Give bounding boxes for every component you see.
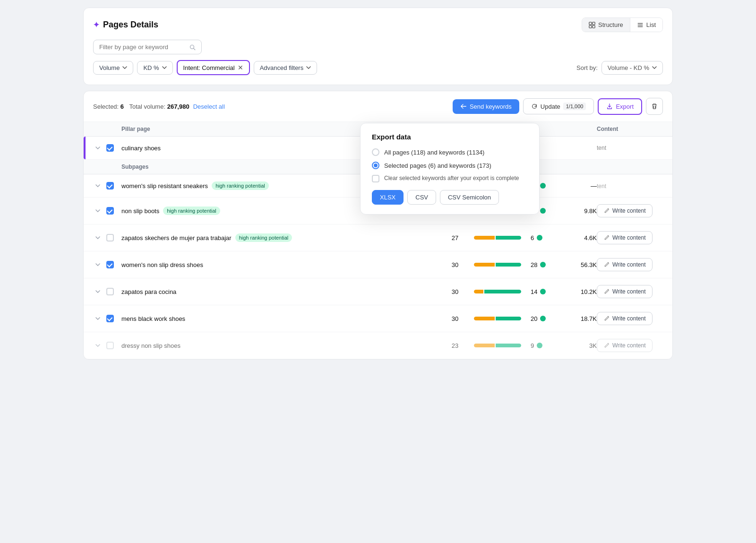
progress-bar bbox=[474, 344, 521, 347]
chevron-icon bbox=[95, 236, 100, 239]
filters-row: Volume KD % Intent: Commercial ✕ Advance… bbox=[93, 60, 663, 75]
volume-value: 3K bbox=[559, 342, 597, 349]
total-volume-text: Total volume: 267,980 bbox=[128, 103, 189, 110]
search-icon bbox=[189, 44, 196, 51]
row-expand-btn[interactable] bbox=[93, 143, 103, 153]
write-content-btn[interactable]: Write content bbox=[597, 258, 653, 271]
structure-view-btn[interactable]: Structure bbox=[582, 18, 630, 32]
row-name: zapatos para cocina bbox=[121, 288, 436, 295]
export-option-all[interactable]: All pages (118) and keywords (1134) bbox=[372, 148, 528, 156]
refresh-icon bbox=[531, 103, 538, 110]
kd-number: 27 bbox=[436, 234, 474, 241]
row-checkbox[interactable] bbox=[106, 207, 114, 215]
xlsx-btn[interactable]: XLSX bbox=[372, 190, 404, 205]
write-content-btn[interactable]: Write content bbox=[597, 285, 653, 298]
volume-filter-btn[interactable]: Volume bbox=[93, 61, 133, 75]
search-input[interactable] bbox=[99, 43, 186, 51]
selection-bar: Selected: 6 Total volume: 267,980 Desele… bbox=[84, 91, 672, 122]
progress-bar bbox=[474, 290, 521, 293]
list-icon bbox=[637, 22, 644, 28]
row-checkbox[interactable] bbox=[106, 342, 114, 349]
deselect-all-btn[interactable]: Deselect all bbox=[193, 103, 225, 110]
row-checkbox[interactable] bbox=[106, 182, 114, 190]
view-toggle: Structure List bbox=[582, 17, 663, 32]
write-content-btn[interactable]: Write content bbox=[597, 312, 653, 325]
table-row: dressy non slip shoes 23 9 3K Write cont… bbox=[84, 332, 672, 359]
radio-inner bbox=[374, 164, 378, 167]
volume-value: 4.6K bbox=[559, 234, 597, 241]
delete-btn[interactable] bbox=[646, 98, 663, 115]
radio-selected[interactable] bbox=[372, 162, 379, 169]
write-icon bbox=[604, 262, 610, 267]
chevron-down-icon-3 bbox=[306, 66, 311, 69]
dot-indicator bbox=[540, 183, 546, 189]
chevron-down-icon-2 bbox=[162, 66, 167, 69]
row-expand-chevron[interactable] bbox=[93, 233, 103, 242]
row-checkbox[interactable] bbox=[106, 315, 114, 322]
svg-rect-1 bbox=[593, 22, 595, 24]
send-icon bbox=[460, 103, 467, 110]
radio-all[interactable] bbox=[372, 148, 379, 156]
selected-count-text: Selected: 6 bbox=[93, 103, 124, 110]
pillar-checkbox[interactable] bbox=[106, 144, 114, 152]
export-icon bbox=[606, 103, 613, 110]
export-clear-checkbox-row: Clear selected keywords after your expor… bbox=[372, 175, 528, 182]
dot-indicator bbox=[537, 343, 542, 348]
write-icon bbox=[604, 343, 610, 348]
pillar-accent bbox=[84, 137, 86, 159]
chevron-down-icon bbox=[122, 66, 127, 69]
write-content-btn[interactable]: Write content bbox=[597, 231, 653, 244]
high-ranking-badge: high ranking potential bbox=[163, 207, 220, 215]
csv-btn[interactable]: CSV bbox=[407, 190, 436, 205]
high-ranking-badge: high ranking potential bbox=[212, 181, 269, 190]
kd-filter-btn[interactable]: KD % bbox=[137, 61, 172, 75]
green-bar bbox=[484, 290, 521, 293]
write-content-btn[interactable]: Write content bbox=[597, 339, 653, 352]
table-row: zapatos para cocina 30 14 10.2K Write co… bbox=[84, 278, 672, 305]
write-icon bbox=[604, 208, 610, 214]
clear-checkbox[interactable] bbox=[372, 175, 379, 182]
volume-value: — bbox=[559, 182, 597, 190]
row-name: zapatos skechers de mujer para trabajar … bbox=[121, 233, 436, 242]
row-expand-chevron[interactable] bbox=[93, 260, 103, 269]
row-name: dressy non slip shoes bbox=[121, 342, 436, 349]
row-expand-chevron[interactable] bbox=[93, 287, 103, 296]
row-expand-chevron[interactable] bbox=[93, 341, 103, 350]
volume-value: 56.3K bbox=[559, 261, 597, 268]
dot-indicator bbox=[537, 235, 542, 241]
sort-chevron-icon bbox=[652, 66, 657, 69]
row-expand-chevron[interactable] bbox=[93, 314, 103, 323]
row-checkbox[interactable] bbox=[106, 261, 114, 268]
svg-rect-0 bbox=[589, 22, 592, 24]
export-btn[interactable]: Export bbox=[598, 98, 642, 115]
kd-value: 6 bbox=[531, 234, 534, 241]
row-expand-chevron[interactable] bbox=[93, 181, 103, 190]
kd-number: 23 bbox=[436, 342, 474, 349]
row-checkbox[interactable] bbox=[106, 234, 114, 241]
advanced-filters-btn[interactable]: Advanced filters bbox=[254, 61, 318, 75]
progress-bar bbox=[474, 317, 521, 320]
kd-value: 9 bbox=[531, 342, 534, 349]
kd-number: 30 bbox=[436, 315, 474, 322]
remove-intent-filter-btn[interactable]: ✕ bbox=[238, 64, 243, 71]
page-title: ✦ Pages Details bbox=[93, 20, 158, 30]
write-content-btn[interactable]: Write content bbox=[597, 204, 653, 217]
chevron-icon bbox=[95, 317, 100, 320]
sort-select[interactable]: Volume - KD % bbox=[601, 61, 663, 75]
dot-indicator bbox=[540, 208, 546, 214]
send-keywords-btn[interactable]: Send keywords bbox=[453, 99, 519, 114]
row-checkbox[interactable] bbox=[106, 288, 114, 295]
update-btn[interactable]: Update 1/1,000 bbox=[523, 98, 594, 114]
green-bar bbox=[496, 263, 521, 267]
search-box bbox=[93, 40, 202, 54]
row-expand-chevron[interactable] bbox=[93, 206, 103, 215]
dot-indicator bbox=[540, 316, 546, 321]
csv-semicolon-btn[interactable]: CSV Semicolon bbox=[440, 190, 499, 205]
list-view-btn[interactable]: List bbox=[630, 18, 662, 32]
volume-value: 18.7K bbox=[559, 315, 597, 322]
chevron-icon bbox=[95, 184, 100, 187]
export-format-buttons: XLSX CSV CSV Semicolon bbox=[372, 190, 528, 205]
export-option-selected[interactable]: Selected pages (6) and keywords (173) bbox=[372, 162, 528, 169]
table-row: women's non slip dress shoes 30 28 56.3K… bbox=[84, 251, 672, 278]
row-name: mens black work shoes bbox=[121, 315, 436, 322]
